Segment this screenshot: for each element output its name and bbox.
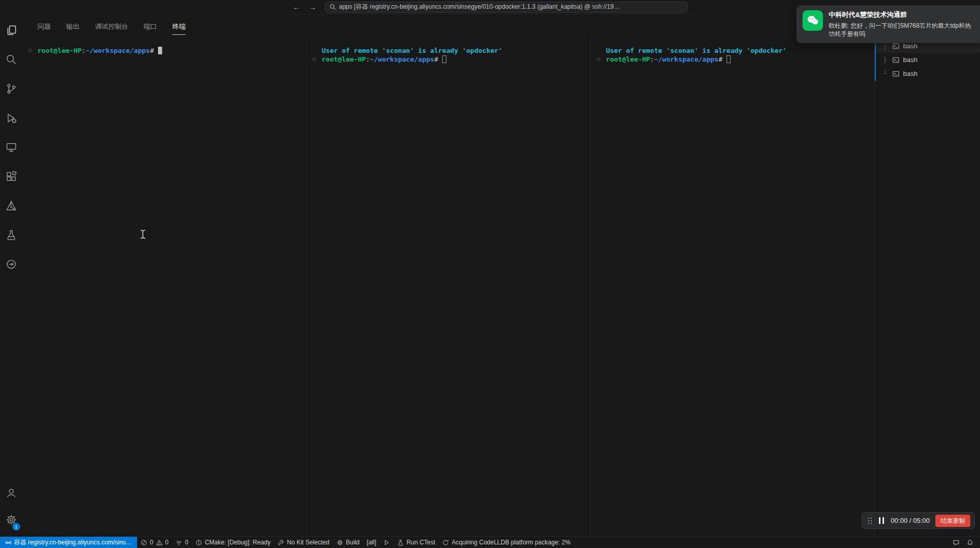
cmake-status-label: CMake: [Debug]: Ready	[205, 539, 270, 546]
testing-icon[interactable]	[0, 222, 22, 248]
terminal-output: User of remote 'sconan' is already 'opdo…	[322, 46, 502, 55]
command-decoration-icon[interactable]	[312, 57, 316, 61]
terminal-list-item[interactable]: ├ bash	[875, 53, 980, 67]
prompt-hash: #	[150, 46, 154, 55]
prompt-path: ~/workspace/apps	[86, 46, 150, 55]
ports-count: 0	[185, 539, 188, 546]
bell-icon	[967, 539, 973, 546]
build-button[interactable]: Build	[333, 537, 363, 548]
command-decoration-icon[interactable]	[28, 49, 32, 52]
terminal-output-line: User of remote 'sconan' is already 'opdo…	[597, 46, 874, 55]
tab-problems[interactable]: 问题	[37, 19, 51, 35]
tree-guide: ┌	[883, 42, 889, 50]
kit-selector[interactable]: No Kit Selected	[274, 537, 333, 548]
command-center[interactable]: apps [容器 registry.cn-beijing.aliyuncs.co…	[325, 2, 688, 13]
progress-status[interactable]: Acquiring CodeLLDB platform package: 2%	[439, 537, 574, 548]
terminal-prompt-line: root@lee-HP:~/workspace/apps#	[597, 55, 874, 64]
terminal-pane-2[interactable]: User of remote 'sconan' is already 'opdo…	[306, 35, 591, 536]
tab-ports[interactable]: 端口	[144, 19, 157, 35]
cmake-icon[interactable]	[0, 193, 22, 219]
prompt-path: ~/workspace/apps	[654, 55, 718, 64]
launch-button[interactable]	[380, 537, 394, 548]
terminal-area: root@lee-HP:~/workspace/apps# User of re…	[22, 35, 980, 536]
ctest-label: Run CTest	[406, 539, 435, 546]
build-label: Build	[346, 539, 360, 546]
account-icon[interactable]	[0, 480, 22, 506]
radio-tower-icon	[175, 539, 182, 546]
terminal-icon	[892, 56, 899, 64]
tab-terminal[interactable]: 终端	[172, 19, 186, 35]
active-terminal-indicator	[875, 38, 876, 81]
ctest-button[interactable]: Run CTest	[394, 537, 439, 548]
bottom-panel: 问题 输出 调试控制台 端口 终端 root@lee-HP:~/workspac…	[22, 14, 980, 536]
warning-icon	[156, 539, 163, 546]
live-share-icon[interactable]	[0, 251, 22, 277]
explorer-icon[interactable]	[0, 17, 22, 43]
prompt-colon: :	[82, 46, 86, 55]
prompt-user-host: root@lee-HP	[606, 55, 650, 64]
prompt-colon: :	[650, 55, 654, 64]
terminal-list-item[interactable]: └ bash	[875, 67, 980, 81]
command-center-text: apps [容器 registry.cn-beijing.aliyuncs.co…	[339, 3, 620, 11]
forward-icon[interactable]: →	[309, 3, 317, 11]
terminal-prompt-line: root@lee-HP:~/workspace/apps#	[28, 46, 306, 55]
drag-handle-icon[interactable]	[868, 518, 869, 519]
terminal-tabs-list: ┌ bash ├ bash	[874, 35, 980, 536]
prompt-hash: #	[434, 55, 438, 64]
settings-badge: 1	[12, 523, 20, 531]
problems-status[interactable]: 0 0	[137, 537, 172, 548]
nav-history: ← →	[293, 3, 317, 11]
wechat-notification[interactable]: 中科时代&慧荣技术沟通群 欧杜鹏: 您好，问一下咱们SM768芯片的最大tdp和…	[796, 5, 980, 43]
source-control-icon[interactable]	[0, 76, 22, 102]
search-icon	[329, 4, 336, 10]
extensions-icon[interactable]	[0, 164, 22, 189]
run-debug-icon[interactable]	[0, 105, 22, 131]
terminal-cursor	[158, 47, 162, 54]
warning-count: 0	[165, 539, 169, 546]
recording-time: 00:00 / 05:00	[891, 517, 930, 524]
command-decoration-icon[interactable]	[597, 57, 600, 61]
settings-gear-icon[interactable]: 1	[0, 507, 22, 533]
kit-label: No Kit Selected	[287, 539, 329, 546]
build-target-label: [all]	[367, 539, 377, 546]
tree-guide: └	[883, 70, 889, 77]
notifications-button[interactable]	[963, 537, 977, 548]
terminal-pane-1[interactable]: root@lee-HP:~/workspace/apps#	[22, 35, 306, 536]
progress-label: Acquiring CodeLLDB platform package: 2%	[452, 539, 570, 546]
info-icon	[195, 539, 202, 546]
cmake-status[interactable]: CMake: [Debug]: Ready	[192, 537, 274, 548]
activity-bar: 1	[0, 14, 22, 536]
prompt-hash: #	[718, 55, 722, 64]
terminal-cursor	[442, 55, 446, 63]
pause-button[interactable]	[878, 516, 885, 525]
prompt-colon: :	[366, 55, 370, 64]
terminal-pane-3[interactable]: User of remote 'sconan' is already 'opdo…	[591, 35, 874, 536]
notification-content: 中科时代&慧荣技术沟通群 欧杜鹏: 您好，问一下咱们SM768芯片的最大tdp和…	[829, 10, 973, 38]
prompt-user-host: root@lee-HP	[37, 46, 82, 55]
tab-debug-console[interactable]: 调试控制台	[95, 19, 128, 35]
terminal-icon	[892, 70, 899, 77]
build-target[interactable]: [all]	[363, 537, 380, 548]
notification-title: 中科时代&慧荣技术沟通群	[829, 10, 973, 19]
feedback-icon	[953, 539, 959, 546]
ports-status[interactable]: 0	[172, 537, 192, 548]
prompt-path: ~/workspace/apps	[370, 55, 434, 64]
feedback-button[interactable]	[949, 537, 963, 548]
back-icon[interactable]: ←	[293, 3, 301, 11]
workbench: 1 问题 输出 调试控制台 端口 终端 root@lee-HP:~/worksp…	[0, 14, 980, 536]
terminal-output-line: User of remote 'sconan' is already 'opdo…	[312, 46, 590, 55]
sync-icon	[442, 539, 449, 546]
tab-output[interactable]: 输出	[66, 19, 80, 35]
notification-body: 欧杜鹏: 您好，问一下咱们SM768芯片的最大tdp和热功耗手册有吗	[829, 22, 973, 38]
tools-icon	[278, 539, 284, 546]
search-view-icon[interactable]	[0, 47, 22, 72]
remote-explorer-icon[interactable]	[0, 134, 22, 160]
stop-recording-button[interactable]: 结束录制	[935, 515, 970, 527]
terminal-label: bash	[903, 42, 917, 50]
prompt-user-host: root@lee-HP	[322, 55, 366, 64]
remote-indicator[interactable]: >< 容器 registry.cn-beijing.aliyuncs.com/s…	[0, 537, 137, 548]
gear-icon	[337, 539, 343, 546]
terminal-label: bash	[903, 70, 917, 77]
terminal-label: bash	[903, 56, 917, 64]
terminal-prompt-line: root@lee-HP:~/workspace/apps#	[312, 55, 590, 64]
